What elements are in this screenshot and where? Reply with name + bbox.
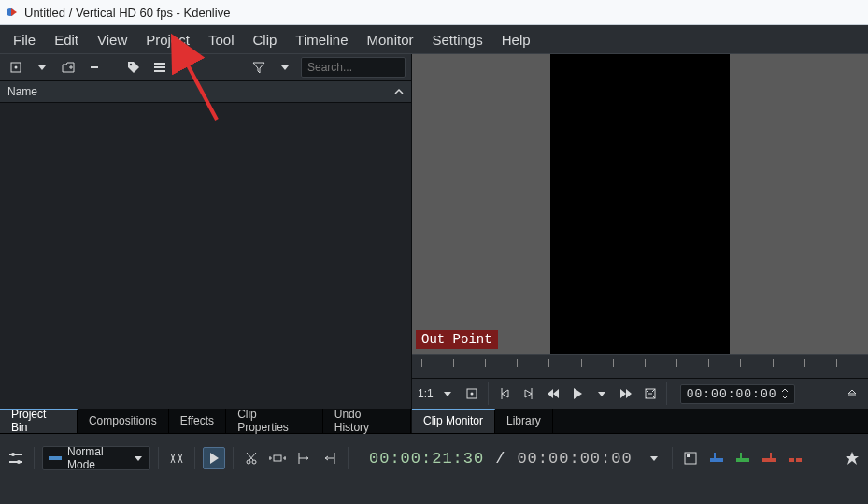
menubar: File Edit View Project Tool Clip Timelin… xyxy=(0,25,868,54)
tab-project-bin[interactable]: Project Bin xyxy=(0,409,78,433)
insert-zone-button[interactable] xyxy=(293,448,314,468)
menu-edit[interactable]: Edit xyxy=(45,27,88,52)
scale-dropdown[interactable] xyxy=(437,383,458,404)
separator xyxy=(233,447,234,469)
tab-undo-history[interactable]: Undo History xyxy=(323,409,411,433)
svg-point-5 xyxy=(130,64,132,65)
play-button[interactable] xyxy=(567,383,588,404)
project-bin-panel: Name Project Bin Compositions Effects Cl… xyxy=(0,54,412,433)
scale-label: 1:1 xyxy=(418,387,434,400)
separator xyxy=(194,447,195,469)
timeline-duration[interactable]: 00:00:00:00 xyxy=(517,450,632,468)
chevron-up-icon xyxy=(394,88,404,95)
create-folder-button[interactable] xyxy=(58,57,78,78)
filter-button[interactable] xyxy=(249,57,269,78)
menu-view[interactable]: View xyxy=(88,27,136,52)
svg-rect-20 xyxy=(740,453,742,458)
svg-point-7 xyxy=(470,393,473,396)
add-clip-dropdown[interactable] xyxy=(32,57,52,78)
svg-rect-11 xyxy=(49,456,62,460)
monitor-stage[interactable]: Out Point xyxy=(412,54,868,354)
svg-rect-21 xyxy=(762,458,776,462)
set-out-button[interactable] xyxy=(519,383,539,404)
cut-button[interactable] xyxy=(241,448,262,468)
tab-compositions[interactable]: Compositions xyxy=(78,409,169,433)
menu-help[interactable]: Help xyxy=(492,27,540,52)
timeline-position[interactable]: 00:00:21:30 xyxy=(369,450,484,468)
tab-effects[interactable]: Effects xyxy=(169,409,226,433)
menu-tool[interactable]: Tool xyxy=(199,27,244,52)
titlebar: Untitled / Vertical HD 60 fps - Kdenlive xyxy=(0,0,868,25)
spacer-button[interactable] xyxy=(267,448,288,468)
marker-blue-button[interactable] xyxy=(706,448,727,468)
marker-colors xyxy=(706,448,805,468)
compositing-button[interactable] xyxy=(166,448,187,468)
ruler-ticks xyxy=(412,355,868,378)
tag-button[interactable] xyxy=(123,57,144,78)
left-tabstrip: Project Bin Compositions Effects Clip Pr… xyxy=(0,409,411,433)
set-in-button[interactable] xyxy=(494,383,515,404)
svg-point-12 xyxy=(247,460,250,464)
svg-rect-24 xyxy=(796,458,802,462)
timeline-play-button[interactable] xyxy=(203,447,225,469)
bin-list[interactable] xyxy=(0,103,411,409)
forward-button[interactable] xyxy=(616,383,636,404)
menu-timeline[interactable]: Timeline xyxy=(286,27,357,52)
play-dropdown[interactable] xyxy=(591,383,612,404)
hamburger-menu-button[interactable] xyxy=(149,57,170,78)
monitor-controls: 1:1 00:00:00:00 xyxy=(412,378,868,409)
marker-split-button[interactable] xyxy=(785,448,805,468)
svg-rect-14 xyxy=(274,455,281,461)
separator xyxy=(672,447,673,469)
bin-column-header[interactable]: Name xyxy=(0,81,411,103)
timecode-separator: / xyxy=(495,450,505,468)
edit-mode-select[interactable]: Normal Mode xyxy=(42,446,150,470)
svg-rect-18 xyxy=(714,453,716,458)
separator xyxy=(34,447,35,469)
edit-mode-label: Normal Mode xyxy=(67,445,123,471)
marker-red-button[interactable] xyxy=(759,448,779,468)
track-settings-button[interactable] xyxy=(6,448,26,468)
favorite-button[interactable] xyxy=(842,448,862,468)
menu-monitor[interactable]: Monitor xyxy=(357,27,422,52)
add-clip-button[interactable] xyxy=(6,57,26,78)
marker-green-button[interactable] xyxy=(733,448,753,468)
menu-project[interactable]: Project xyxy=(136,27,199,52)
separator xyxy=(488,382,489,405)
mixer-button[interactable] xyxy=(680,448,701,468)
svg-rect-23 xyxy=(789,458,794,462)
filter-dropdown[interactable] xyxy=(275,57,295,78)
menu-settings[interactable]: Settings xyxy=(423,27,492,52)
svg-rect-17 xyxy=(710,458,723,462)
svg-point-9 xyxy=(11,453,15,456)
out-point-badge: Out Point xyxy=(416,330,498,349)
monitor-ruler[interactable] xyxy=(412,354,868,378)
app-icon xyxy=(6,6,19,19)
tab-clip-monitor[interactable]: Clip Monitor xyxy=(412,409,495,433)
monitor-options-button[interactable] xyxy=(842,383,862,404)
zone-edit-button[interactable] xyxy=(640,383,661,404)
monitor-panel: Out Point 1:1 00:00:00:00 xyxy=(412,54,868,433)
menu-file[interactable]: File xyxy=(4,27,45,52)
monitor-timecode[interactable]: 00:00:00:00 xyxy=(680,384,795,404)
bin-header-name: Name xyxy=(7,85,37,98)
delete-clip-button[interactable] xyxy=(84,57,105,78)
timecode-dropdown[interactable] xyxy=(644,448,664,468)
svg-point-3 xyxy=(15,66,18,69)
separator xyxy=(158,447,159,469)
overwrite-zone-button[interactable] xyxy=(320,448,340,468)
svg-point-13 xyxy=(252,460,256,464)
svg-rect-22 xyxy=(770,453,772,458)
monitor-fullframe-button[interactable] xyxy=(462,383,482,404)
tab-library[interactable]: Library xyxy=(495,409,553,433)
rewind-button[interactable] xyxy=(543,383,563,404)
svg-rect-19 xyxy=(736,458,749,462)
tab-clip-properties[interactable]: Clip Properties xyxy=(226,409,323,433)
timeline-toolbar: Normal Mode 00:00:21:30 / 00:00:00:00 xyxy=(0,433,868,482)
menu-clip[interactable]: Clip xyxy=(244,27,287,52)
search-input[interactable] xyxy=(301,57,406,78)
monitor-canvas xyxy=(550,54,730,359)
svg-rect-16 xyxy=(687,454,690,457)
separator xyxy=(348,447,349,469)
bin-toolbar xyxy=(0,54,411,81)
